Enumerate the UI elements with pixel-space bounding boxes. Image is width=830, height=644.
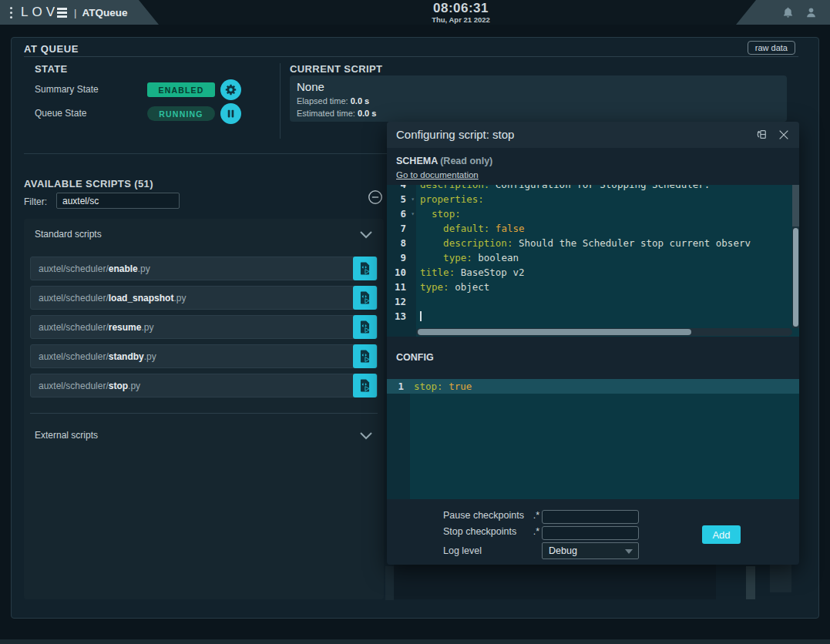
code-line[interactable] bbox=[416, 294, 792, 309]
pause-checkpoints-input[interactable] bbox=[542, 510, 639, 524]
logo-text: LOV bbox=[21, 5, 59, 20]
log-level-row: Log level bbox=[443, 545, 539, 556]
fold-arrow-icon[interactable]: ▾ bbox=[411, 206, 415, 221]
bottom-strip bbox=[0, 639, 830, 644]
launch-script-button[interactable] bbox=[353, 257, 377, 280]
standard-scripts-header[interactable]: Standard scripts bbox=[35, 229, 102, 240]
script-list-item[interactable]: auxtel/scheduler/resume.py bbox=[30, 315, 378, 339]
close-icon bbox=[778, 129, 790, 141]
menu-icon[interactable] bbox=[0, 7, 21, 18]
code-line[interactable]: stop: bbox=[416, 206, 792, 221]
line-number: 10 bbox=[387, 265, 416, 280]
line-number: 7 bbox=[387, 221, 416, 236]
pause-queue-button[interactable] bbox=[220, 103, 241, 124]
code-line[interactable] bbox=[416, 309, 792, 324]
code-line[interactable]: properties: bbox=[416, 192, 792, 206]
raw-data-button[interactable]: raw data bbox=[748, 41, 795, 55]
script-list-item[interactable]: auxtel/scheduler/standby.py bbox=[30, 344, 378, 368]
schema-editor[interactable]: 45▾6▾78910111213 description: Configurat… bbox=[387, 185, 799, 337]
script-list-item[interactable]: auxtel/scheduler/enable.py bbox=[30, 257, 378, 280]
code-line[interactable]: title: BaseStop v2 bbox=[416, 265, 792, 280]
run-script-icon bbox=[358, 378, 372, 393]
log-level-value: Debug bbox=[549, 545, 577, 556]
launch-script-button[interactable] bbox=[353, 344, 377, 368]
code-line[interactable]: description: Should the Scheduler stop c… bbox=[416, 236, 792, 250]
queue-state-badge: RUNNING bbox=[147, 106, 215, 121]
modal-title: Configuring script: stop bbox=[396, 128, 514, 141]
fold-arrow-icon[interactable]: ▾ bbox=[411, 192, 415, 206]
background-panel-fragment bbox=[385, 566, 394, 600]
horizontal-scrollbar[interactable] bbox=[416, 328, 792, 336]
stop-checkpoints-input[interactable] bbox=[542, 526, 639, 540]
config-code[interactable]: stop: true bbox=[410, 379, 799, 499]
code-line[interactable]: stop: true bbox=[410, 379, 799, 394]
group-divider bbox=[30, 413, 378, 414]
log-level-label: Log level bbox=[443, 545, 482, 556]
close-modal-button[interactable] bbox=[778, 129, 790, 141]
script-list-item[interactable]: auxtel/scheduler/load_snapshot.py bbox=[30, 286, 378, 310]
summary-state-gear-button[interactable] bbox=[220, 79, 241, 100]
add-button[interactable]: Add bbox=[702, 525, 741, 544]
scrollbar-thumb[interactable] bbox=[793, 228, 798, 327]
estimated-value: 0.0 s bbox=[358, 109, 376, 118]
schema-readonly-label: (Read only) bbox=[440, 156, 492, 166]
detach-window-icon bbox=[755, 128, 769, 141]
clock: 08:06:31 Thu, Apr 21 2022 bbox=[368, 2, 553, 24]
current-script-title: CURRENT SCRIPT bbox=[290, 63, 382, 75]
collapse-section-button[interactable] bbox=[367, 189, 384, 206]
state-divider bbox=[280, 63, 281, 139]
state-section-title: STATE bbox=[35, 63, 68, 75]
stop-checkpoints-row: Stop checkpoints .* bbox=[443, 526, 539, 537]
chevron-down-icon bbox=[625, 549, 633, 554]
scrollbar-thumb[interactable] bbox=[418, 329, 691, 335]
pause-checkpoints-hint: .* bbox=[533, 510, 539, 521]
line-number: 5▾ bbox=[387, 192, 416, 206]
line-number: 8 bbox=[387, 236, 416, 250]
code-line[interactable]: description: Configuration for Stopping … bbox=[416, 185, 792, 192]
clock-time: 08:06:31 bbox=[368, 2, 553, 15]
launch-script-button[interactable] bbox=[353, 315, 377, 339]
config-gutter: 1 bbox=[387, 379, 410, 499]
background-scrollbar-fragment bbox=[746, 566, 755, 599]
line-number: 1 bbox=[387, 379, 410, 394]
code-line[interactable]: default: false bbox=[416, 221, 792, 236]
schema-code[interactable]: description: Configuration for Stopping … bbox=[416, 185, 792, 337]
minus-circle-icon bbox=[367, 189, 384, 206]
detach-window-button[interactable] bbox=[755, 128, 769, 141]
current-script-panel: None Elapsed time: 0.0 s Estimated time:… bbox=[290, 75, 787, 122]
user-icon[interactable] bbox=[805, 6, 818, 19]
script-path: auxtel/scheduler/load_snapshot.py bbox=[31, 293, 186, 304]
chevron-down-icon[interactable] bbox=[359, 228, 373, 242]
elapsed-label: Elapsed time: bbox=[297, 96, 348, 106]
notifications-bell-icon[interactable] bbox=[781, 6, 795, 19]
elapsed-time: Elapsed time: 0.0 s bbox=[297, 96, 780, 106]
vertical-scrollbar[interactable] bbox=[792, 185, 799, 328]
app-title: ATQueue bbox=[82, 7, 127, 18]
documentation-link[interactable]: Go to documentation bbox=[396, 170, 479, 179]
line-number: 11 bbox=[387, 280, 416, 294]
script-path: auxtel/scheduler/stop.py bbox=[31, 381, 140, 391]
filter-input[interactable] bbox=[56, 193, 180, 209]
line-number: 4 bbox=[387, 185, 416, 192]
scripts-panel: Standard scripts auxtel/scheduler/enable… bbox=[24, 219, 384, 599]
topbar-left-wing: LOV | ATQueue bbox=[0, 0, 159, 25]
text-cursor bbox=[420, 311, 422, 321]
pause-checkpoints-row: Pause checkpoints .* bbox=[443, 510, 539, 521]
schema-section-title: SCHEMA (Read only) bbox=[396, 156, 492, 166]
stop-checkpoints-label: Stop checkpoints bbox=[443, 526, 516, 537]
schema-label: SCHEMA bbox=[396, 156, 438, 166]
filter-label: Filter: bbox=[24, 196, 47, 207]
launch-script-button[interactable] bbox=[353, 286, 377, 310]
current-script-name: None bbox=[297, 80, 780, 93]
log-level-select[interactable]: Debug bbox=[542, 542, 639, 559]
config-editor[interactable]: 1 stop: true bbox=[387, 379, 799, 499]
clock-date: Thu, Apr 21 2022 bbox=[368, 16, 553, 24]
launch-script-button[interactable] bbox=[353, 374, 377, 397]
line-number: 6▾ bbox=[387, 206, 416, 221]
code-line[interactable]: type: object bbox=[416, 280, 792, 294]
chevron-down-icon[interactable] bbox=[359, 429, 373, 443]
summary-state-badge: ENABLED bbox=[147, 82, 215, 97]
script-list-item[interactable]: auxtel/scheduler/stop.py bbox=[30, 374, 378, 397]
code-line[interactable]: type: boolean bbox=[416, 250, 792, 265]
external-scripts-header[interactable]: External scripts bbox=[35, 430, 98, 441]
